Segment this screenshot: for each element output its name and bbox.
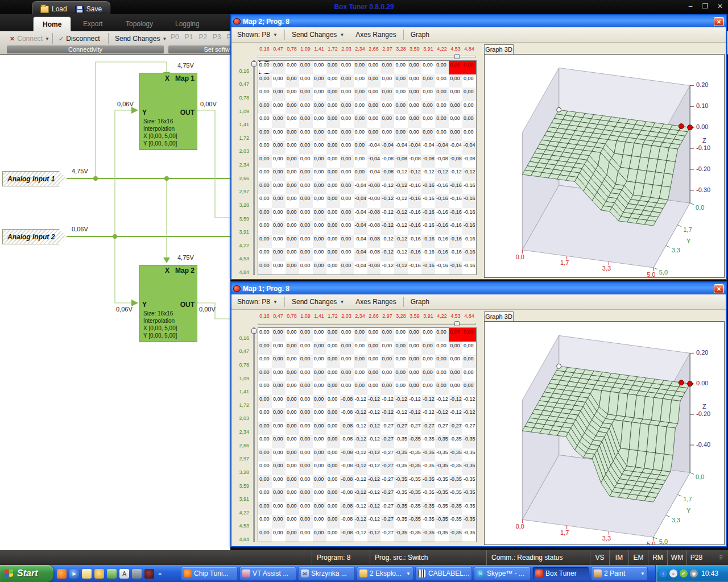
graph-menu[interactable]: Graph — [405, 298, 435, 306]
grid-cell[interactable]: 0,00 — [313, 261, 326, 275]
grid-cell[interactable]: -0,16 — [462, 235, 476, 248]
grid-cell[interactable]: 0,00 — [354, 155, 367, 168]
grid-cell[interactable]: 0,00 — [326, 168, 340, 181]
grid-cell[interactable]: 0,00 — [299, 194, 313, 208]
taskbar-button-chip-tuni[interactable]: Chip Tuni... — [181, 567, 238, 580]
x-axis-header[interactable]: 2,34 — [353, 46, 367, 53]
grid-cell[interactable]: 0,00 — [354, 74, 367, 88]
grid-cell[interactable]: 0,00 — [326, 208, 340, 222]
grid-cell[interactable]: 0,00 — [286, 61, 299, 74]
grid-cell[interactable]: -0,08 — [367, 235, 381, 248]
grid-cell[interactable]: -0,04 — [367, 141, 381, 155]
grid-cell[interactable]: -0,08 — [367, 181, 381, 195]
grid-cell[interactable]: 0,00 — [313, 381, 326, 395]
grid-cell[interactable]: -0,35 — [408, 515, 421, 529]
grid-cell[interactable]: -0,12 — [354, 395, 367, 409]
connect-button[interactable]: ✕ Connect▼ — [7, 33, 52, 44]
taskbar-button-vt-assist[interactable]: VT Assist ... — [239, 567, 296, 580]
grid-cell[interactable]: -0,35 — [462, 475, 476, 489]
grid-cell[interactable]: -0,35 — [408, 435, 421, 448]
grid-cell[interactable]: 0,00 — [286, 435, 299, 448]
grid-cell[interactable]: 0,00 — [286, 261, 299, 275]
grid-cell[interactable]: 0,00 — [258, 408, 272, 422]
grid-cell[interactable]: 0,00 — [299, 61, 313, 74]
grid-cell[interactable]: 0,00 — [299, 114, 313, 128]
x-axis-header[interactable]: 1,72 — [326, 46, 340, 53]
grid-cell[interactable]: 0,00 — [462, 74, 476, 88]
grid-cell[interactable]: 0,00 — [340, 221, 354, 235]
grid-cell[interactable]: 0,00 — [272, 208, 286, 222]
close-icon[interactable]: ✕ — [714, 17, 724, 26]
y-axis-header[interactable]: 3,59 — [233, 208, 250, 222]
grid-cell[interactable]: 0,00 — [394, 368, 408, 382]
grid-cell[interactable]: 0,00 — [326, 368, 340, 382]
grid-cell[interactable]: 0,00 — [380, 381, 394, 395]
grid-cell[interactable]: -0,35 — [435, 435, 449, 448]
grid-cell[interactable]: 0,00 — [367, 128, 381, 142]
grid-cell[interactable]: 0,00 — [354, 141, 367, 155]
grid-cell[interactable]: 0,00 — [340, 208, 354, 222]
grid-cell[interactable]: -0,16 — [408, 248, 421, 261]
grid-cell[interactable]: -0,16 — [408, 261, 421, 275]
grid-cell[interactable]: 0,00 — [272, 515, 286, 529]
grid-cell[interactable]: -0,12 — [354, 462, 367, 475]
grid-cell[interactable]: 0,00 — [286, 128, 299, 142]
grid-cell[interactable]: -0,08 — [449, 155, 462, 168]
y-axis-header[interactable]: 3,91 — [233, 489, 250, 502]
grid-cell[interactable]: -0,12 — [394, 194, 408, 208]
send-changes-menu[interactable]: Send Changes▼ — [286, 31, 350, 39]
grid-cell[interactable]: 0,00 — [286, 475, 299, 489]
grid-cell[interactable]: 0,00 — [380, 128, 394, 142]
grid-cell[interactable]: 0,00 — [299, 168, 313, 181]
grid-cell[interactable]: -0,35 — [449, 502, 462, 516]
grid-cell[interactable]: 0,00 — [313, 435, 326, 448]
grid-cell[interactable]: 0,00 — [272, 462, 286, 475]
grid-cell[interactable]: -0,04 — [354, 208, 367, 222]
grid-cell[interactable]: -0,16 — [435, 261, 449, 275]
grid-cell[interactable]: 0,00 — [449, 381, 462, 395]
grid-cell[interactable]: 0,00 — [380, 61, 394, 74]
y-position-slider[interactable] — [251, 327, 257, 542]
grid-cell[interactable]: 0,00 — [326, 475, 340, 489]
grid-cell[interactable]: 0,00 — [326, 74, 340, 88]
grid-cell[interactable]: 0,00 — [421, 74, 435, 88]
axes-ranges-menu[interactable]: Axes Ranges — [350, 31, 402, 39]
grid-cell[interactable]: -0,27 — [462, 422, 476, 435]
grid-cell[interactable]: -0,16 — [408, 194, 421, 208]
program-button-p0[interactable]: P0 — [171, 33, 179, 41]
grid-cell[interactable]: 0,00 — [340, 368, 354, 382]
grid-cell[interactable]: 0,00 — [380, 88, 394, 101]
grid-cell[interactable]: 0,00 — [435, 61, 449, 74]
grid-cell[interactable]: -0,16 — [449, 221, 462, 235]
grid-cell[interactable]: 0,00 — [258, 235, 272, 248]
y-position-thumb[interactable] — [251, 61, 257, 66]
grid-cell[interactable]: 0,00 — [258, 114, 272, 128]
grid-cell[interactable]: -0,35 — [408, 462, 421, 475]
grid-cell[interactable]: 0,00 — [449, 328, 462, 342]
grid-cell[interactable]: 0,00 — [258, 448, 272, 462]
grid-cell[interactable]: 0,00 — [272, 408, 286, 422]
grid-cell[interactable]: 0,00 — [258, 168, 272, 181]
grid-cell[interactable]: 0,00 — [286, 181, 299, 195]
grid-cell[interactable]: 0,00 — [286, 248, 299, 261]
grid-cell[interactable]: 0,00 — [258, 88, 272, 101]
grid-cell[interactable]: -0,12 — [367, 448, 381, 462]
grid-cell[interactable]: 0,00 — [326, 328, 340, 342]
grid-cell[interactable]: 0,00 — [299, 422, 313, 435]
grid-cell[interactable]: -0,04 — [367, 155, 381, 168]
grid-cell[interactable]: -0,08 — [367, 248, 381, 261]
grid-cell[interactable]: -0,16 — [421, 221, 435, 235]
grid-cell[interactable]: 0,00 — [462, 88, 476, 101]
grid-cell[interactable]: 0,00 — [421, 381, 435, 395]
grid-cell[interactable]: -0,08 — [340, 422, 354, 435]
grid-cell[interactable]: 0,00 — [313, 368, 326, 382]
tab-graph-3d[interactable]: Graph 3D — [484, 44, 514, 54]
x-axis-header[interactable]: 3,91 — [421, 313, 435, 320]
grid-cell[interactable]: 0,00 — [258, 208, 272, 222]
grid-cell[interactable]: 0,00 — [421, 101, 435, 115]
grid-cell[interactable]: 0,00 — [299, 342, 313, 355]
y-axis-header[interactable]: 0,16 — [233, 60, 250, 74]
grid-cell[interactable]: 0,00 — [313, 342, 326, 355]
grid-cell[interactable]: -0,16 — [421, 181, 435, 195]
grid-cell[interactable]: -0,35 — [421, 502, 435, 516]
